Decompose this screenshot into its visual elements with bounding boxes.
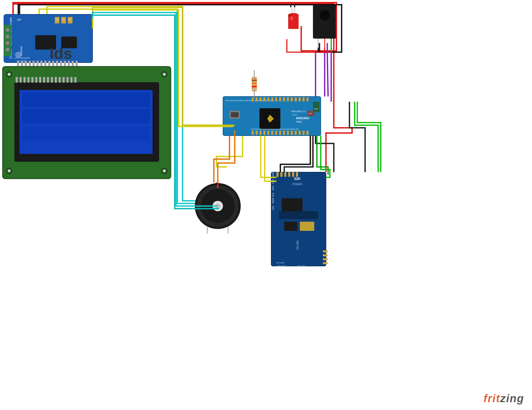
- svg-rect-79: [256, 97, 258, 101]
- diagram-area: GND 5V CLK DAT LAT Enable SPI LCD Backpa…: [0, 0, 532, 410]
- svg-rect-127: [288, 15, 299, 29]
- svg-rect-152: [323, 258, 328, 260]
- svg-text:RST: RST: [309, 113, 313, 114]
- svg-rect-162: [296, 172, 298, 177]
- svg-rect-148: [279, 211, 318, 219]
- svg-rect-85: [279, 97, 281, 101]
- svg-text:ICSP: ICSP: [314, 108, 318, 110]
- svg-rect-92: [306, 97, 309, 101]
- svg-point-44: [8, 73, 11, 76]
- svg-rect-60: [31, 77, 33, 83]
- svg-rect-101: [283, 131, 285, 135]
- svg-text:SDA: SDA: [272, 185, 274, 190]
- svg-rect-54: [22, 110, 150, 124]
- svg-text:POWER: POWER: [292, 183, 302, 186]
- arduino-nano: D12 D11 D10 D9 D8 D7 D6 D5 D4 D3 D2 GND …: [223, 97, 321, 136]
- svg-rect-159: [284, 172, 286, 177]
- svg-text:A0: A0: [56, 18, 58, 21]
- svg-rect-81: [263, 97, 265, 101]
- svg-rect-87: [287, 97, 289, 101]
- svg-rect-158: [280, 172, 282, 177]
- svg-rect-78: [252, 97, 254, 101]
- svg-rect-91: [303, 97, 305, 101]
- svg-rect-89: [295, 97, 297, 101]
- lcd-display: [3, 67, 171, 179]
- svg-rect-57: [20, 77, 22, 83]
- svg-text:nano: nano: [296, 120, 302, 123]
- svg-rect-63: [43, 77, 45, 83]
- svg-point-132: [319, 10, 330, 20]
- circuit-diagram-svg: GND 5V CLK DAT LAT Enable SPI LCD Backpa…: [0, 0, 532, 410]
- svg-point-41: [5, 47, 10, 52]
- svg-rect-96: [263, 131, 265, 135]
- svg-text:Ids: Ids: [50, 45, 72, 62]
- svg-point-48: [8, 169, 11, 172]
- fritzing-text2: zing: [500, 392, 524, 405]
- svg-rect-105: [299, 131, 301, 135]
- svg-rect-58: [23, 77, 26, 83]
- svg-point-38: [5, 28, 10, 32]
- svg-point-40: [5, 41, 10, 45]
- svg-rect-65: [51, 77, 53, 83]
- svg-rect-70: [70, 77, 72, 83]
- svg-text:A2: A2: [69, 18, 71, 21]
- svg-rect-56: [16, 77, 18, 83]
- svg-rect-83: [271, 97, 273, 101]
- svg-rect-69: [66, 77, 69, 83]
- svg-rect-103: [291, 131, 293, 135]
- svg-rect-108: [313, 102, 319, 112]
- svg-rect-59: [27, 77, 29, 83]
- svg-rect-100: [279, 131, 281, 135]
- svg-text:SCL: SCL: [272, 192, 274, 197]
- svg-rect-157: [276, 172, 279, 177]
- fritzing-text: frit: [483, 392, 500, 405]
- svg-rect-67: [59, 77, 61, 83]
- svg-rect-66: [55, 77, 57, 83]
- svg-text:ARDUINO.CC: ARDUINO.CC: [291, 110, 306, 113]
- svg-rect-71: [74, 77, 76, 83]
- rtc-module: GND VCC SDA SCL SQW 32K 32K POWER ZS-042: [271, 172, 328, 267]
- svg-rect-160: [288, 172, 290, 177]
- svg-rect-95: [259, 131, 262, 135]
- svg-text:A0 A1A2: A0 A1A2: [276, 262, 285, 264]
- svg-rect-147: [300, 222, 314, 231]
- svg-rect-94: [256, 131, 258, 135]
- svg-rect-61: [35, 77, 37, 83]
- lcd-backpack: GND 5V CLK DAT LAT Enable SPI LCD Backpa…: [4, 14, 93, 67]
- svg-point-14: [15, 52, 21, 58]
- svg-rect-99: [275, 131, 277, 135]
- ids-label: Ids: [50, 45, 72, 62]
- svg-rect-97: [267, 131, 269, 135]
- svg-text:V3.0: V3.0: [293, 114, 297, 116]
- svg-text:Enable: Enable: [9, 17, 12, 26]
- svg-rect-106: [303, 131, 305, 135]
- svg-point-50: [163, 169, 166, 172]
- svg-rect-151: [323, 254, 328, 256]
- svg-text:D13 3V3 REF A0 A1 A2 A3 A4 A5 : D13 3V3 REF A0 A1 A2 A3 A4 A5 A6 A7 5V R…: [251, 128, 299, 130]
- svg-text:SDA GND: SDA GND: [276, 265, 286, 267]
- svg-text:SQW: SQW: [272, 198, 274, 203]
- svg-text:ZS-042: ZS-042: [296, 240, 299, 250]
- svg-point-39: [5, 34, 10, 39]
- svg-rect-86: [283, 97, 285, 101]
- svg-rect-76: [231, 112, 239, 117]
- svg-text:32K: 32K: [294, 177, 301, 181]
- svg-rect-82: [267, 97, 269, 101]
- svg-text:GND: GND: [272, 172, 274, 178]
- svg-rect-153: [323, 262, 328, 264]
- svg-rect-80: [259, 97, 262, 101]
- svg-rect-102: [287, 131, 289, 135]
- svg-rect-64: [47, 77, 49, 83]
- svg-rect-98: [271, 131, 273, 135]
- svg-rect-88: [291, 97, 293, 101]
- svg-rect-107: [306, 131, 309, 135]
- svg-rect-55: [22, 126, 150, 141]
- svg-rect-93: [252, 131, 254, 135]
- svg-rect-150: [323, 250, 328, 252]
- svg-rect-161: [292, 172, 294, 177]
- fritzing-watermark: fritzing: [483, 392, 524, 405]
- svg-text:VCC SCL: VCC SCL: [297, 265, 306, 267]
- svg-text:ARDUINO: ARDUINO: [296, 117, 310, 120]
- svg-text:32K: 32K: [272, 206, 274, 210]
- svg-rect-146: [284, 222, 297, 231]
